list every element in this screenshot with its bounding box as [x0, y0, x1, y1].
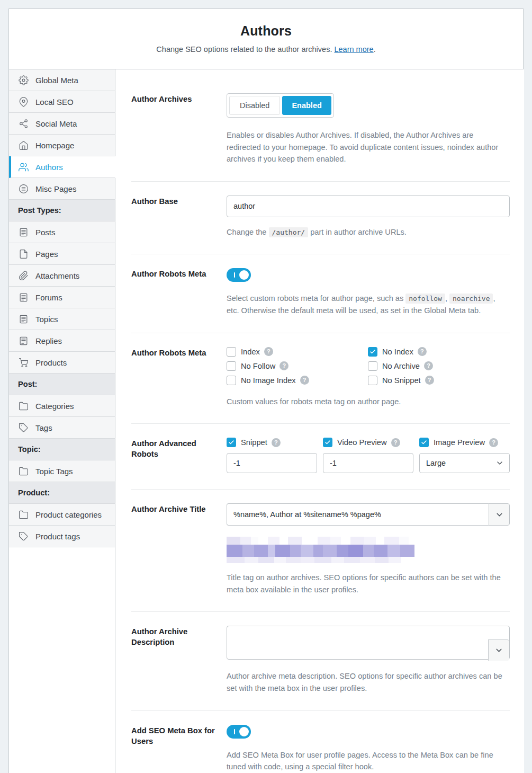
field-row-author-base: Author Base Change the /author/ part in … — [131, 181, 510, 254]
sidebar-item-pages[interactable]: Pages — [9, 243, 115, 265]
sidebar-section-product: Product: — [9, 482, 115, 504]
robots-checkbox-no-archive[interactable]: No Archive — [368, 361, 434, 371]
robots-checkbox-no-index[interactable]: No Index — [368, 347, 434, 357]
sidebar-item-global-meta[interactable]: Global Meta — [9, 69, 115, 91]
folder-icon — [18, 401, 29, 411]
sidebar-item-social-meta[interactable]: Social Meta — [9, 113, 115, 135]
help-icon[interactable] — [425, 376, 434, 385]
checkbox-label: Snippet — [241, 438, 267, 447]
field-label: Author Archives — [131, 93, 227, 165]
help-icon[interactable] — [272, 438, 281, 447]
field-label: Add SEO Meta Box for Users — [131, 725, 227, 773]
sidebar-item-homepage[interactable]: Homepage — [9, 135, 115, 156]
help-icon[interactable] — [300, 376, 309, 385]
robots-checkbox-no-snippet[interactable]: No Snippet — [368, 376, 434, 385]
checkbox-checked[interactable] — [323, 438, 332, 447]
checkbox-checked[interactable] — [368, 347, 377, 357]
sidebar-item-local-seo[interactable]: Local SEO — [9, 91, 115, 113]
post-icon — [18, 335, 29, 346]
archive-title-input[interactable] — [227, 503, 489, 526]
sidebar-item-authors[interactable]: Authors — [9, 156, 115, 178]
robots-meta-toggle[interactable] — [227, 268, 251, 282]
sidebar-item-topics[interactable]: Topics — [9, 308, 115, 330]
field-row-archive-description: Author Archive Description Author archiv… — [131, 611, 510, 710]
advanced-checkbox-image-preview[interactable]: Image Preview — [419, 438, 510, 447]
blurred-text-row — [227, 557, 510, 563]
advanced-checkbox-snippet[interactable]: Snippet — [227, 438, 317, 447]
help-icon[interactable] — [264, 347, 273, 356]
author-base-input[interactable] — [227, 196, 510, 217]
sidebar-section-label: Post: — [18, 380, 37, 388]
sidebar-item-replies[interactable]: Replies — [9, 330, 115, 352]
sidebar-item-label: Homepage — [35, 141, 74, 150]
field-label: Author Base — [131, 196, 227, 238]
checkbox-unchecked[interactable] — [368, 376, 377, 385]
field-description: Custom values for robots meta tag on aut… — [227, 396, 510, 408]
sidebar-item-tags[interactable]: Tags — [9, 417, 115, 439]
help-icon[interactable] — [391, 438, 400, 447]
disabled-button[interactable]: Disabled — [229, 96, 280, 115]
field-description: Title tag on author archives. SEO option… — [227, 572, 510, 596]
sidebar-item-label: Topic Tags — [35, 467, 73, 476]
variables-dropdown-button[interactable] — [488, 639, 509, 661]
robots-checkbox-column: No IndexNo ArchiveNo Snippet — [368, 347, 434, 385]
snippet-value-input[interactable] — [227, 453, 317, 473]
seo-meta-box-toggle[interactable] — [227, 725, 251, 739]
sidebar-item-forums[interactable]: Forums — [9, 287, 115, 308]
field-row-robots-meta: Author Robots Meta IndexNo FollowNo Imag… — [131, 333, 510, 424]
checkbox-unchecked[interactable] — [227, 361, 236, 371]
image-preview-select[interactable]: Large — [419, 453, 510, 473]
sidebar-item-attachments[interactable]: Attachments — [9, 265, 115, 287]
sidebar-item-label: Global Meta — [35, 76, 78, 85]
checkbox-unchecked[interactable] — [368, 361, 377, 371]
sidebar-item-label: Replies — [35, 336, 62, 345]
field-label: Author Advanced Robots — [131, 438, 227, 473]
map-pin-icon — [18, 96, 29, 107]
checkbox-unchecked[interactable] — [227, 376, 236, 385]
sidebar-item-product-tags[interactable]: Product tags — [9, 526, 115, 547]
sidebar-section-post: Post: — [9, 374, 115, 395]
code-noarchive: noarchive — [449, 294, 493, 304]
field-label: Author Robots Meta — [131, 268, 227, 316]
sidebar-item-misc-pages[interactable]: Misc Pages — [9, 178, 115, 200]
sidebar-item-topic-tags[interactable]: Topic Tags — [9, 460, 115, 482]
sidebar-item-label: Products — [35, 358, 67, 367]
checkbox-checked[interactable] — [227, 438, 236, 447]
help-icon[interactable] — [279, 361, 288, 370]
enabled-button[interactable]: Enabled — [282, 96, 331, 115]
help-icon[interactable] — [418, 347, 427, 356]
sidebar-item-label: Misc Pages — [35, 184, 77, 193]
sidebar-item-label: Attachments — [35, 271, 79, 280]
archive-description-textarea[interactable] — [227, 626, 510, 660]
circle-lines-icon — [18, 183, 29, 194]
learn-more-link[interactable]: Learn more — [334, 45, 373, 54]
checkbox-label: Video Preview — [337, 438, 387, 447]
sidebar-item-products[interactable]: Products — [9, 352, 115, 374]
help-icon[interactable] — [489, 438, 498, 447]
robots-checkbox-no-image-index[interactable]: No Image Index — [227, 376, 368, 385]
gear-icon — [18, 75, 29, 85]
help-icon[interactable] — [424, 361, 433, 370]
sidebar-section-topic: Topic: — [9, 439, 115, 460]
advanced-checkbox-video-preview[interactable]: Video Preview — [323, 438, 413, 447]
sidebar-item-label: Categories — [35, 402, 74, 411]
checkbox-unchecked[interactable] — [227, 347, 236, 357]
blurred-text-row — [227, 545, 510, 557]
paperclip-icon — [18, 270, 29, 281]
variables-dropdown-button[interactable] — [489, 503, 510, 526]
sidebar-item-label: Product tags — [35, 532, 80, 541]
field-description: Select custom robots meta for author pag… — [227, 292, 510, 316]
page-subtitle: Change SEO options related to the author… — [20, 45, 512, 54]
checkbox-checked[interactable] — [419, 438, 429, 447]
video-preview-value-input[interactable] — [323, 453, 413, 473]
select-value: Large — [426, 459, 446, 467]
advanced-robots-image-preview: Image PreviewLarge — [419, 438, 510, 473]
sidebar-item-categories[interactable]: Categories — [9, 395, 115, 417]
sidebar-filler — [9, 547, 115, 773]
post-icon — [18, 314, 29, 324]
post-icon — [18, 227, 29, 237]
sidebar-item-posts[interactable]: Posts — [9, 221, 115, 243]
sidebar-item-product-categories[interactable]: Product categories — [9, 504, 115, 526]
robots-checkbox-index[interactable]: Index — [227, 347, 368, 357]
robots-checkbox-no-follow[interactable]: No Follow — [227, 361, 368, 371]
